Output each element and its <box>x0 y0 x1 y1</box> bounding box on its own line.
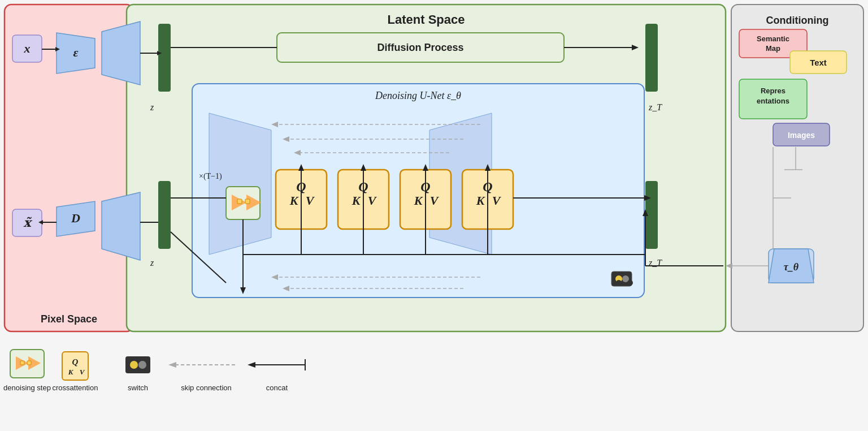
v1-label: V <box>306 193 315 208</box>
svg-marker-50 <box>271 274 278 280</box>
svg-rect-9 <box>645 181 658 249</box>
svg-marker-19 <box>55 47 60 51</box>
svg-rect-7 <box>158 181 171 249</box>
svg-marker-55 <box>246 195 261 210</box>
svg-marker-14 <box>57 33 95 74</box>
x-tilde-label: x̃ <box>23 215 32 230</box>
repr-label2: entations <box>757 97 789 105</box>
svg-marker-48 <box>294 150 301 156</box>
svg-rect-12 <box>12 35 42 62</box>
svg-marker-65 <box>298 164 304 171</box>
tau-label: τ_θ <box>784 261 799 273</box>
svg-rect-82 <box>62 352 88 380</box>
v4-label: V <box>492 193 502 208</box>
svg-rect-29 <box>773 123 830 146</box>
legend-switch-label: switch <box>128 383 148 392</box>
svg-rect-53 <box>226 187 260 219</box>
k2-label: K <box>351 193 361 208</box>
svg-rect-57 <box>245 199 250 204</box>
svg-marker-21 <box>157 51 162 55</box>
diffusion-process-label: Diffusion Process <box>377 42 463 53</box>
times-label: ×(T−1) <box>199 172 222 181</box>
legend-k-label: K <box>68 368 74 376</box>
svg-marker-54 <box>232 195 246 210</box>
text-conditioning-label: Text <box>810 58 827 67</box>
svg-marker-69 <box>423 164 428 171</box>
legend-v-label: V <box>80 368 85 376</box>
svg-rect-61 <box>611 271 632 286</box>
svg-marker-67 <box>361 164 366 171</box>
svg-rect-28 <box>739 79 807 119</box>
legend-denoise-label: denoising step <box>3 383 51 392</box>
legend-skip-label: skip connection <box>181 383 232 392</box>
svg-marker-37 <box>209 113 271 255</box>
svg-rect-0 <box>5 5 133 331</box>
svg-point-84 <box>130 361 138 369</box>
svg-rect-26 <box>739 29 807 58</box>
svg-point-96 <box>627 280 633 286</box>
svg-rect-10 <box>212 175 223 232</box>
svg-marker-38 <box>429 113 492 255</box>
svg-marker-59 <box>240 287 246 294</box>
legend-concat-label: concat <box>266 383 288 392</box>
legend-q-label: Q <box>72 357 79 367</box>
pixel-space-label: Pixel Space <box>41 313 97 325</box>
svg-marker-46 <box>283 136 289 142</box>
svg-rect-81 <box>27 361 31 365</box>
svg-rect-13 <box>12 209 42 236</box>
unet-label: Denoising U-Net ε_θ <box>375 90 461 101</box>
svg-rect-42 <box>462 170 513 229</box>
svg-line-92 <box>171 232 226 283</box>
svg-marker-79 <box>28 356 41 370</box>
svg-rect-80 <box>20 361 24 365</box>
svg-point-63 <box>622 275 629 282</box>
k1-label: K <box>289 193 299 208</box>
repr-label1: Repres <box>761 87 785 95</box>
svg-marker-31 <box>769 249 814 283</box>
svg-marker-23 <box>38 220 43 225</box>
svg-marker-71 <box>485 164 491 171</box>
z-label-top: z <box>150 102 154 112</box>
z-T-label-top: z_T <box>648 102 662 112</box>
svg-point-62 <box>615 275 622 282</box>
q3-label: Q <box>420 179 430 194</box>
svg-rect-27 <box>790 51 847 74</box>
svg-rect-6 <box>158 24 171 92</box>
svg-marker-15 <box>57 201 95 236</box>
z-T-label-bottom: z_T <box>648 258 662 268</box>
svg-marker-94 <box>644 195 651 201</box>
svg-marker-76 <box>726 263 732 269</box>
v3-label: V <box>430 193 440 208</box>
encoder-label: ε <box>73 45 78 59</box>
semantic-map-label2: Map <box>766 44 780 53</box>
decoder-label: D <box>71 211 80 225</box>
z-label-bottom: z <box>150 258 154 268</box>
svg-point-95 <box>616 280 622 286</box>
svg-rect-30 <box>769 249 814 283</box>
q2-label: Q <box>358 179 368 194</box>
v2-label: V <box>368 193 377 208</box>
q1-label: Q <box>296 179 306 194</box>
svg-marker-87 <box>168 362 176 368</box>
svg-rect-83 <box>125 356 150 373</box>
svg-rect-56 <box>237 199 242 204</box>
svg-rect-2 <box>277 33 564 62</box>
svg-marker-44 <box>271 122 278 127</box>
q4-label: Q <box>483 179 492 194</box>
svg-rect-40 <box>338 170 389 229</box>
svg-marker-74 <box>643 209 648 216</box>
svg-rect-36 <box>192 84 644 298</box>
k4-label: K <box>476 193 485 208</box>
svg-rect-77 <box>10 350 44 378</box>
svg-rect-25 <box>731 5 863 331</box>
svg-rect-41 <box>400 170 451 229</box>
images-label: Images <box>788 131 815 140</box>
svg-rect-11 <box>212 238 223 283</box>
k3-label: K <box>414 193 423 208</box>
svg-rect-1 <box>127 5 726 331</box>
svg-marker-16 <box>102 21 140 85</box>
svg-marker-52 <box>283 286 289 291</box>
semantic-map-label: Semantic <box>757 35 789 43</box>
svg-point-85 <box>138 361 146 369</box>
z-T1-label: z_{T-1} <box>225 279 250 287</box>
